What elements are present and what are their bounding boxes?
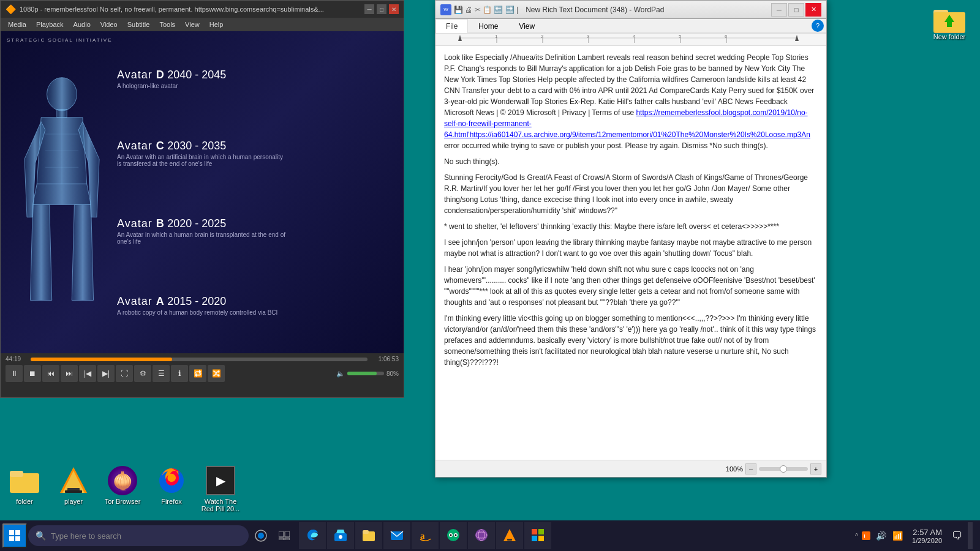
wordpad-maximize-button[interactable]: □	[788, 3, 804, 17]
avatar-svg	[19, 76, 105, 309]
vlc-effects-button[interactable]: ⚙	[134, 365, 151, 382]
desktop-icon-video[interactable]: ▶ Watch The Red Pill 20...	[196, 461, 245, 517]
wordpad-zoom-slider[interactable]	[759, 467, 808, 471]
desktop-icon-tor[interactable]: 🧅 Tor Browser	[98, 461, 147, 517]
taskbar-app-vlc[interactable]	[496, 522, 523, 549]
vlc-stop-button[interactable]: ⏹	[24, 365, 41, 382]
vlc-title-text: 1080p - rememberlessfool No self, no fre…	[20, 6, 324, 13]
cortana-button[interactable]	[250, 525, 272, 547]
taskbar-search-box[interactable]: 🔍 Type here to search	[28, 525, 249, 546]
desktop-icon-vlc[interactable]: player	[49, 461, 98, 517]
mail-icon	[390, 528, 404, 542]
wordpad-content[interactable]: Look like Especially /Ahuea/its Definiti…	[435, 46, 826, 460]
task-view-icon	[279, 531, 290, 540]
wordpad-tab-home[interactable]: Home	[468, 19, 508, 33]
desktop-icon-firefox[interactable]: Firefox	[147, 461, 196, 517]
sound-icon[interactable]: 🔊	[874, 531, 888, 541]
avatar-a-entry: Avatar A 2015 - 2020 A robotic copy of a…	[117, 295, 398, 316]
vlc-prev-button[interactable]: ⏮	[42, 365, 59, 382]
vlc-random-button[interactable]: 🔀	[208, 365, 225, 382]
firefox-icon-label: Firefox	[161, 498, 182, 505]
vlc-volume-bar[interactable]	[347, 372, 384, 375]
vlc-frame-next-button[interactable]: ▶|	[97, 365, 115, 382]
wordpad-close-button[interactable]: ✕	[805, 3, 821, 17]
svg-rect-38	[279, 531, 284, 537]
taskbar-app-amazon[interactable]: a	[412, 522, 439, 549]
vlc-menu-help[interactable]: Help	[205, 21, 228, 28]
vlc-repeat-button[interactable]: 🔁	[189, 365, 206, 382]
content-link-1[interactable]: https://rememeberlessfool.blogspot.com/2…	[444, 108, 810, 139]
desktop-icon-folder[interactable]: folder	[0, 461, 49, 517]
vlc-close-button[interactable]: ✕	[389, 4, 399, 14]
taskbar-vlc-icon	[503, 528, 516, 542]
notification-icon[interactable]: 🗨	[949, 530, 965, 542]
avatar-c-entry: Avatar C 2030 - 2035 An Avatar with an a…	[117, 140, 398, 167]
folder-svg	[10, 468, 39, 493]
vlc-next-button[interactable]: ⏭	[61, 365, 78, 382]
files-icon	[362, 528, 375, 542]
task-view-button[interactable]	[273, 525, 295, 547]
vlc-minimize-button[interactable]: ─	[364, 4, 374, 14]
taskbar-systray: ^ ! 🔊 📶 2:57 AM 1/29/2020 🗨	[855, 522, 978, 549]
vlc-menu-video[interactable]: Video	[96, 21, 123, 28]
vlc-menu-audio[interactable]: Audio	[69, 21, 96, 28]
vlc-icon-img	[59, 466, 88, 495]
wordpad-tab-view[interactable]: View	[508, 19, 545, 33]
clock-time: 2:57 AM	[912, 528, 942, 537]
vlc-menu-media[interactable]: Media	[3, 21, 31, 28]
vlc-menu-subtitle[interactable]: Subtitle	[123, 21, 155, 28]
vlc-menu-view[interactable]: View	[180, 21, 205, 28]
start-button[interactable]	[2, 523, 27, 548]
desktop-new-folder[interactable]: New folder	[925, 6, 974, 40]
vlc-menu-tools[interactable]: Tools	[154, 21, 180, 28]
wordpad-help-button[interactable]: ?	[812, 20, 824, 32]
taskbar-app-mail[interactable]	[383, 522, 410, 549]
avatar-b-title: Avatar B	[117, 217, 165, 230]
systray-chevron[interactable]: ^	[855, 532, 858, 539]
vlc-fullscreen-button[interactable]: ⛶	[116, 365, 133, 382]
svg-rect-62	[538, 536, 544, 541]
vlc-play-pause-button[interactable]: ⏸	[6, 365, 23, 382]
svg-rect-26	[10, 471, 23, 477]
wordpad-tab-file[interactable]: File	[435, 19, 468, 33]
folder-icon-label: folder	[16, 498, 33, 505]
taskbar-app-store[interactable]	[327, 522, 354, 549]
svg-rect-41	[285, 538, 290, 540]
content-para-2: No such thing(s).	[444, 156, 818, 167]
show-desktop-button[interactable]	[968, 522, 973, 549]
taskbar-app-edge[interactable]	[299, 522, 326, 549]
wordpad-zoom-pct: 100%	[726, 465, 743, 473]
taskbar-clock[interactable]: 2:57 AM 1/29/2020	[907, 528, 947, 544]
taskbar-app-tor[interactable]	[468, 522, 495, 549]
wordpad-title-left: W 💾 🖨 ✂ 📋 🔙 🔜 | New Rich Text Document (…	[440, 4, 664, 15]
taskbar-app-tripadvisor[interactable]	[440, 522, 467, 549]
svg-rect-1	[57, 109, 67, 118]
wordpad-statusbar: 100% – +	[435, 460, 826, 477]
antivirus-icon[interactable]: !	[861, 530, 872, 541]
vlc-frame-prev-button[interactable]: |◀	[79, 365, 96, 382]
firefox-icon-img	[157, 466, 186, 495]
vlc-maximize-button[interactable]: □	[377, 4, 386, 14]
ruler-marks: 1 2 3 4 5 6	[435, 34, 826, 45]
wordpad-titlebar: W 💾 🖨 ✂ 📋 🔙 🔜 | New Rich Text Document (…	[435, 1, 826, 19]
cortana-icon	[255, 530, 267, 542]
vlc-menu-playback[interactable]: Playback	[31, 21, 69, 28]
network-icon[interactable]: 📶	[891, 531, 905, 541]
wordpad-zoom-in-button[interactable]: +	[810, 463, 821, 474]
folder-icon	[933, 6, 965, 33]
wordpad-zoom-out-button[interactable]: –	[745, 463, 756, 474]
svg-rect-30	[65, 490, 82, 493]
amazon-icon: a	[418, 528, 432, 542]
avatar-b-years: 2020 - 2025	[167, 217, 226, 230]
taskbar-app-files[interactable]	[355, 522, 382, 549]
vlc-playlist-button[interactable]: ☰	[153, 365, 170, 382]
wordpad-minimize-button[interactable]: ─	[771, 3, 787, 17]
wp-ruler: 1 2 3 4 5 6	[435, 34, 826, 46]
avatar-b-entry: Avatar B 2020 - 2025 An Avatar in which …	[117, 217, 398, 245]
store-icon	[334, 528, 347, 542]
avatar-d-entry: Avatar D 2040 - 2045 A hologram-like ava…	[117, 69, 398, 89]
taskbar-app-windows-security[interactable]	[524, 522, 551, 549]
vlc-video-area: STRATEGIC SOCIAL INITIATIVE	[1, 31, 404, 353]
vlc-progress-bar[interactable]	[31, 358, 368, 361]
vlc-media-info-button[interactable]: ℹ	[171, 365, 188, 382]
